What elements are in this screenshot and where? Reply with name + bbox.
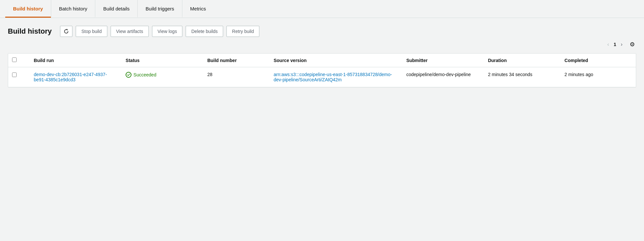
table-header: Build run Status Build number Source ver… [8, 54, 636, 67]
table-body: demo-dev-cb:2b726031-e247-4937-be91-4385… [8, 67, 636, 87]
tab-build-details[interactable]: Build details [95, 0, 137, 18]
delete-builds-button[interactable]: Delete builds [186, 26, 223, 37]
status-text: Succeeded [133, 72, 156, 77]
main-content: Build history Stop build View artifacts … [0, 18, 644, 88]
th-build-number: Build number [202, 54, 268, 67]
table-row: demo-dev-cb:2b726031-e247-4937-be91-4385… [8, 67, 636, 87]
row-build-number-cell: 28 [202, 67, 268, 87]
pagination-row: ‹ 1 › ⚙ [8, 41, 636, 48]
source-version-link[interactable]: arn:aws:s3:::codepipeline-us-east-1-8573… [274, 72, 392, 82]
submitter-value: codepipeline/demo-dev-pipeline [406, 72, 471, 77]
select-all-checkbox[interactable] [12, 57, 17, 62]
tab-batch-history[interactable]: Batch history [51, 0, 95, 18]
tab-build-triggers[interactable]: Build triggers [137, 0, 182, 18]
row-source-version-cell: arn:aws:s3:::codepipeline-us-east-1-8573… [268, 67, 401, 87]
settings-icon[interactable]: ⚙ [630, 41, 635, 48]
completed-value: 2 minutes ago [564, 72, 593, 77]
row-status-cell: Succeeded [120, 67, 202, 87]
table-wrapper: Build run Status Build number Source ver… [8, 53, 636, 88]
tab-build-history[interactable]: Build history [5, 0, 51, 18]
row-build-run-cell: demo-dev-cb:2b726031-e247-4937-be91-4385… [29, 67, 121, 87]
row-completed-cell: 2 minutes ago [559, 67, 636, 87]
refresh-button[interactable] [60, 26, 72, 37]
builds-table: Build run Status Build number Source ver… [8, 54, 636, 87]
prev-page-button[interactable]: ‹ [606, 41, 611, 48]
action-bar: Build history Stop build View artifacts … [8, 26, 636, 37]
tab-bar: Build history Batch history Build detail… [0, 0, 644, 18]
success-icon [126, 72, 131, 78]
build-run-link[interactable]: demo-dev-cb:2b726031-e247-4937-be91-4385… [34, 72, 107, 82]
th-status: Status [120, 54, 202, 67]
th-submitter: Submitter [401, 54, 483, 67]
stop-build-button[interactable]: Stop build [76, 26, 107, 37]
tab-metrics[interactable]: Metrics [182, 0, 214, 18]
view-logs-button[interactable]: View logs [152, 26, 183, 37]
current-page: 1 [614, 42, 616, 47]
status-succeeded: Succeeded [126, 72, 197, 78]
row-submitter-cell: codepipeline/demo-dev-pipeline [401, 67, 483, 87]
next-page-button[interactable]: › [619, 41, 624, 48]
refresh-icon [64, 29, 69, 34]
row-checkbox[interactable] [12, 72, 17, 77]
view-artifacts-button[interactable]: View artifacts [111, 26, 149, 37]
row-duration-cell: 2 minutes 34 seconds [483, 67, 560, 87]
duration-value: 2 minutes 34 seconds [488, 72, 532, 77]
page-title: Build history [8, 27, 52, 36]
th-select [8, 54, 29, 67]
th-source-version: Source version [268, 54, 401, 67]
build-number-value: 28 [207, 72, 212, 77]
row-select-cell [8, 67, 29, 87]
th-build-run: Build run [29, 54, 121, 67]
th-completed: Completed [559, 54, 636, 67]
th-duration: Duration [483, 54, 560, 67]
retry-build-button[interactable]: Retry build [226, 26, 259, 37]
